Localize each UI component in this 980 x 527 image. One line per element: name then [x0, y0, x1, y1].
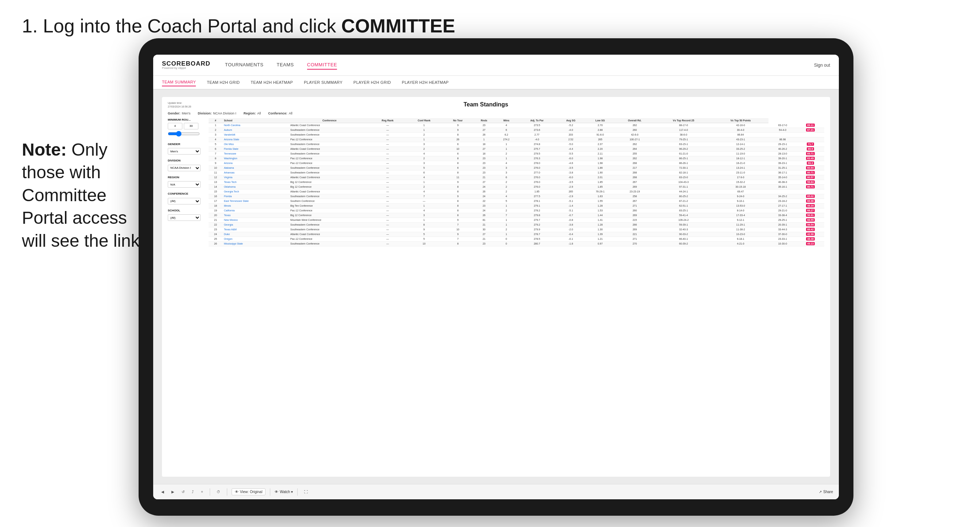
cell-avg-sg: 2.88 — [585, 127, 615, 132]
cell-adj-val: -0.7 — [556, 213, 585, 217]
cell-overall-rd: 97-31-1 — [654, 184, 713, 189]
subnav-team-h2h-grid[interactable]: TEAM H2H GRID — [207, 79, 240, 86]
cell-conference: Pac-12 Conference — [289, 237, 370, 241]
cell-vs-record: 13-24-1 — [713, 165, 768, 170]
cell-reg-rank: — — [370, 170, 405, 175]
cell-rnds: 27 — [473, 232, 495, 237]
cell-vs-record: 10-23-0 — [713, 232, 768, 237]
cell-conference: Southern Conference — [289, 198, 370, 203]
subnav-player-summary[interactable]: PLAYER SUMMARY — [304, 79, 342, 86]
max-input[interactable] — [184, 123, 199, 129]
cell-adj-val: 203 — [556, 132, 585, 137]
table-row: 18IllinoisBig Ten Conference—18231279.1-… — [208, 203, 824, 208]
toolbar-forward[interactable]: ▶ — [169, 488, 177, 495]
cell-conf-rank: 8 — [405, 222, 443, 227]
cell-wins: 274.2 — [495, 137, 517, 142]
cell-vs-record: 12-14-1 — [713, 142, 768, 146]
cell-avg-sg: 1.53 — [585, 208, 615, 213]
toolbar-back[interactable]: ◀ — [159, 488, 166, 495]
cell-conf-rank: 5 — [405, 237, 443, 241]
subnav-team-h2h-heatmap[interactable]: TEAM H2H HEATMAP — [251, 79, 293, 86]
cell-vs-record: 13-53-0 — [713, 203, 768, 208]
cell-rnds: 23 — [473, 161, 495, 165]
cell-no-tour: 9 — [443, 232, 473, 237]
region-select[interactable]: N/A All — [168, 181, 200, 188]
cell-overall-rd: 32-40-3 — [654, 227, 713, 232]
slider-container[interactable] — [168, 131, 200, 138]
gender-select[interactable]: Men's Women's — [168, 148, 200, 154]
cell-adj-val: -0.1 — [556, 237, 585, 241]
cell-avg-sg: 1.39 — [585, 232, 615, 237]
cell-overall-rd: 86-26-1 — [654, 161, 713, 165]
cell-low-sg: 262 — [615, 123, 654, 127]
table-row: 26Mississippi StateSoutheastern Conferen… — [208, 241, 824, 246]
toolbar-clock[interactable]: ⏱ — [215, 488, 223, 495]
toolbar-reload[interactable]: ↺ — [180, 488, 187, 495]
cell-wins: 1 — [495, 156, 517, 161]
toolbar-expand[interactable]: ⛶ — [302, 488, 310, 495]
cell-adj-par: 279.8 — [517, 213, 557, 217]
cell-avg-sg: 91-6-0 — [585, 132, 615, 137]
table-row: 1North CarolinaAtlantic Coast Conference… — [208, 123, 824, 127]
cell-adj-val: 2.52 — [556, 137, 585, 142]
cell-adj-par: 273.5 — [517, 123, 557, 127]
cell-wins: 0 — [495, 241, 517, 246]
cell-adj-par: 277.5 — [517, 194, 557, 198]
cell-rnds: 21 — [473, 237, 495, 241]
subnav-player-h2h-grid[interactable]: PLAYER H2H GRID — [353, 79, 391, 86]
division-select[interactable]: NCAA Division I — [168, 165, 200, 171]
school-select[interactable]: (All) — [168, 214, 200, 221]
toolbar-add[interactable]: + — [199, 488, 205, 495]
nav-teams[interactable]: TEAMS — [277, 60, 294, 70]
cell-conference: Pac-12 Conference — [289, 208, 370, 213]
table-container[interactable]: # School Conference Reg Rank Conf Rank N… — [208, 118, 824, 467]
cell-vs-top50: 68.42 — [797, 227, 824, 232]
toolbar-share-action[interactable]: ↗ Share — [819, 490, 833, 494]
cell-conf-rank: 1 — [405, 123, 443, 127]
cell-no-tour: 8 — [443, 189, 473, 194]
cell-vs-record: 11-19-0 — [713, 151, 768, 156]
cell-rank: 22 — [208, 222, 223, 227]
cell-rank: 24 — [208, 232, 223, 237]
table-row: 20TexasBig 12 Conference—38267279.8-0.71… — [208, 213, 824, 217]
subnav-team-summary[interactable]: TEAM SUMMARY — [162, 78, 196, 86]
cell-rank: 20 — [208, 213, 223, 217]
cell-adj-val: -5.2 — [556, 123, 585, 127]
min-input[interactable] — [168, 123, 182, 129]
gender-label: Gender: — [168, 111, 181, 115]
table-row: 3VanderbiltSoutheastern Conference—28266… — [208, 132, 824, 137]
toolbar-share-btn[interactable]: ⤴ — [190, 488, 196, 495]
sign-out-button[interactable]: Sign out — [814, 63, 830, 68]
cell-adj-val: -5.5 — [556, 151, 585, 156]
cell-no-tour: 8 — [443, 161, 473, 165]
cell-vs-record: 42-16-0 — [713, 123, 768, 127]
range-slider[interactable] — [168, 131, 200, 137]
cell-adj-val: 265 — [556, 189, 585, 194]
cell-adj-par: 2.77 — [517, 132, 557, 137]
nav-committee[interactable]: COMMITTEE — [307, 60, 337, 70]
toolbar-view-btn[interactable]: 👁 View: Original — [232, 488, 266, 495]
note-label: Note: — [22, 140, 67, 159]
cell-avg-sg: 2.70 — [585, 123, 615, 127]
region-value: All — [257, 111, 261, 115]
toolbar-watch-btn[interactable]: 👁 Watch ▾ — [275, 490, 293, 494]
cell-avg-sg: 1.30 — [585, 227, 615, 232]
cell-overall-rd: 88-17-0 — [654, 123, 713, 127]
cell-wins: 2 — [495, 208, 517, 213]
cell-conf-rank: 4 — [405, 175, 443, 180]
school-filter-title: School — [168, 209, 204, 212]
subnav-player-h2h-heatmap[interactable]: PLAYER H2H HEATMAP — [402, 79, 449, 86]
cell-school: Georgia — [223, 222, 289, 227]
cell-low-record: 23-18-2 — [768, 198, 797, 203]
cell-conference: Atlantic Coast Conference — [289, 175, 370, 180]
cell-low-record: 63-17-0 — [768, 123, 797, 127]
cell-rnds: 23 — [473, 203, 495, 208]
table-row: 15Georgia TechAtlantic Coast Conference—… — [208, 189, 824, 194]
conference-select[interactable]: (All) — [168, 198, 200, 205]
cell-wins: 5 — [495, 198, 517, 203]
cell-reg-rank: — — [370, 194, 405, 198]
cell-school: Tennessee — [223, 151, 289, 156]
nav-tournaments[interactable]: TOURNAMENTS — [225, 60, 264, 70]
cell-wins: 1 — [495, 232, 517, 237]
cell-adj-val: -5.0 — [556, 142, 585, 146]
